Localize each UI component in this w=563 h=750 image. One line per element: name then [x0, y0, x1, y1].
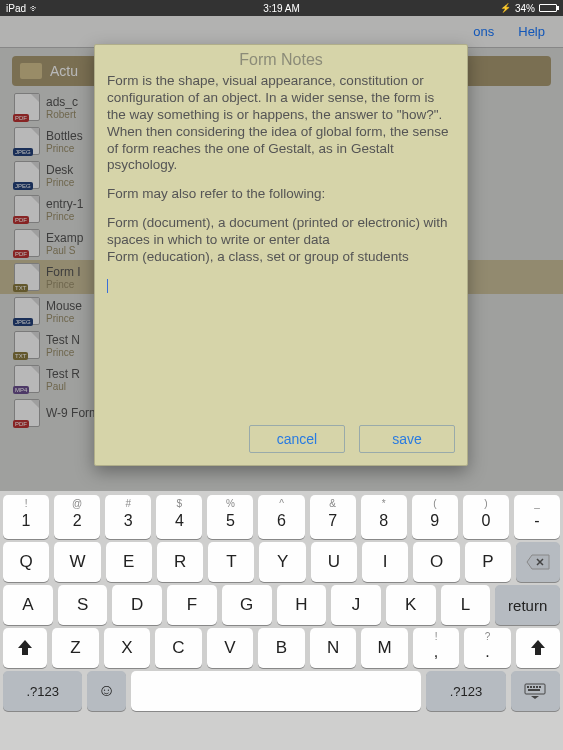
modal-paragraph-3: Form (document), a document (printed or … [107, 215, 455, 266]
svg-rect-2 [530, 686, 532, 688]
key-7[interactable]: &7 [310, 495, 356, 539]
key-8[interactable]: *8 [361, 495, 407, 539]
battery-icon [539, 4, 557, 12]
svg-rect-6 [528, 689, 540, 691]
carrier-label: iPad [6, 3, 26, 14]
key-1[interactable]: !1 [3, 495, 49, 539]
key-_[interactable]: _- [514, 495, 560, 539]
status-bar: iPad ᯤ 3:19 AM ⚡ 34% [0, 0, 563, 16]
key-J[interactable]: J [331, 585, 381, 625]
text-cursor [107, 279, 108, 293]
onscreen-keyboard: !1@2#3$4%5^6&7*8(9)0_- QWERTYUIOP ASDFGH… [0, 491, 563, 750]
key-shift-right[interactable] [516, 628, 560, 668]
key-D[interactable]: D [112, 585, 162, 625]
svg-rect-5 [539, 686, 541, 688]
key-4[interactable]: $4 [156, 495, 202, 539]
key-O[interactable]: O [413, 542, 459, 582]
key-numbers-right[interactable]: .?123 [426, 671, 505, 711]
battery-percent: 34% [515, 3, 535, 14]
key-,[interactable]: !, [413, 628, 460, 668]
key-backspace[interactable] [516, 542, 560, 582]
key-return[interactable]: return [495, 585, 560, 625]
key-C[interactable]: C [155, 628, 202, 668]
key-R[interactable]: R [157, 542, 203, 582]
key-S[interactable]: S [58, 585, 108, 625]
svg-rect-4 [536, 686, 538, 688]
key-M[interactable]: M [361, 628, 408, 668]
modal-paragraph-2: Form may also refer to the following: [107, 186, 455, 203]
key-V[interactable]: V [207, 628, 254, 668]
key-P[interactable]: P [465, 542, 511, 582]
bluetooth-icon: ⚡ [500, 3, 511, 13]
key-W[interactable]: W [54, 542, 100, 582]
key-B[interactable]: B [258, 628, 305, 668]
key-F[interactable]: F [167, 585, 217, 625]
modal-title: Form Notes [95, 45, 467, 73]
key-space[interactable] [131, 671, 421, 711]
key-X[interactable]: X [104, 628, 151, 668]
clock: 3:19 AM [263, 3, 300, 14]
key-hide-keyboard[interactable] [511, 671, 560, 711]
key-2[interactable]: @2 [54, 495, 100, 539]
key-N[interactable]: N [310, 628, 357, 668]
key-K[interactable]: K [386, 585, 436, 625]
key-9[interactable]: (9 [412, 495, 458, 539]
key-shift-left[interactable] [3, 628, 47, 668]
cancel-button[interactable]: cancel [249, 425, 345, 453]
key-numbers-left[interactable]: .?123 [3, 671, 82, 711]
form-notes-modal: Form Notes Form is the shape, visual app… [94, 44, 468, 466]
key-Y[interactable]: Y [259, 542, 305, 582]
key-A[interactable]: A [3, 585, 53, 625]
key-I[interactable]: I [362, 542, 408, 582]
wifi-icon: ᯤ [30, 3, 40, 14]
key-H[interactable]: H [277, 585, 327, 625]
key-3[interactable]: #3 [105, 495, 151, 539]
save-button[interactable]: save [359, 425, 455, 453]
modal-textarea[interactable]: Form is the shape, visual appearance, co… [95, 73, 467, 417]
svg-rect-3 [533, 686, 535, 688]
key-0[interactable]: )0 [463, 495, 509, 539]
key-Z[interactable]: Z [52, 628, 99, 668]
key-U[interactable]: U [311, 542, 357, 582]
key-6[interactable]: ^6 [258, 495, 304, 539]
key-G[interactable]: G [222, 585, 272, 625]
key-E[interactable]: E [106, 542, 152, 582]
key-5[interactable]: %5 [207, 495, 253, 539]
key-.[interactable]: ?. [464, 628, 511, 668]
key-L[interactable]: L [441, 585, 491, 625]
modal-paragraph-1: Form is the shape, visual appearance, co… [107, 73, 455, 174]
key-Q[interactable]: Q [3, 542, 49, 582]
svg-rect-1 [527, 686, 529, 688]
key-emoji[interactable]: ☺ [87, 671, 125, 711]
key-T[interactable]: T [208, 542, 254, 582]
